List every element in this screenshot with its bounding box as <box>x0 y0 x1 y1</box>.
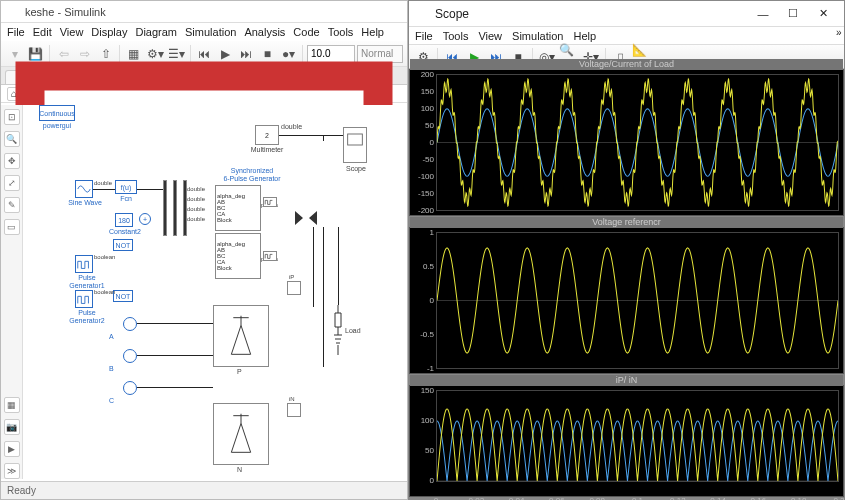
simulink-icon <box>7 5 21 19</box>
plot-ipn[interactable]: iP/ iN 150 100 50 0 0 0.02 0.04 0.06 0.0… <box>409 385 844 497</box>
wire <box>137 387 213 388</box>
scroll-hint-icon[interactable]: » <box>836 27 844 35</box>
source-a[interactable] <box>123 317 137 331</box>
fit-icon[interactable]: ⤢ <box>4 175 20 191</box>
mux1-block[interactable] <box>163 180 167 236</box>
xtick: 0.18 <box>791 496 807 500</box>
sig-double-4: double <box>187 195 205 203</box>
not2-block[interactable]: NOT <box>113 290 133 302</box>
scope-label: Scope <box>341 165 371 173</box>
ytick: -100 <box>412 172 434 181</box>
sig-bool-1: boolean <box>94 253 115 261</box>
fcn-label: Fcn <box>115 195 137 203</box>
plot-vref[interactable]: Voltage referencr 1 0.5 0 -0.5 -1 <box>409 227 844 374</box>
plot-axes-3 <box>436 390 839 482</box>
spg1-block[interactable]: alpha_deg AB BC CA Block <box>215 185 261 231</box>
scope-titlebar[interactable]: Scope — ☐ ✕ <box>409 1 844 27</box>
ytick: -1 <box>412 364 434 373</box>
load-label: Load <box>345 327 361 335</box>
xtick: 0.06 <box>549 496 565 500</box>
wire <box>313 227 314 307</box>
not1-block[interactable]: NOT <box>113 239 133 251</box>
ytick: 1 <box>412 228 434 237</box>
load-block[interactable] <box>333 305 343 355</box>
ytick: -50 <box>412 155 434 164</box>
xtick: 0.2 <box>833 496 844 500</box>
status-text: Ready <box>7 485 36 496</box>
simulink-titlebar[interactable]: keshe - Simulink <box>1 1 407 23</box>
ip-meas-block[interactable] <box>287 281 301 295</box>
sum-block[interactable]: + <box>139 213 151 225</box>
plot-axes-2 <box>436 232 839 369</box>
sig-double-5: double <box>187 205 205 213</box>
powergui-block[interactable]: Continuous <box>39 105 75 121</box>
scope-plots: Voltage/Current of Load 200 150 100 50 0… <box>409 69 844 499</box>
plot-title-3: iP/ iN <box>410 375 843 386</box>
plot-voltage-current[interactable]: Voltage/Current of Load 200 150 100 50 0… <box>409 69 844 216</box>
sine-label: Sine Wave <box>67 199 103 207</box>
source-c[interactable] <box>123 381 137 395</box>
screenshot-icon[interactable]: 📷 <box>4 419 20 435</box>
spg2-block[interactable]: alpha_deg AB BC CA Block <box>215 233 261 279</box>
svg-rect-1 <box>348 134 363 145</box>
ytick: 0 <box>412 138 434 147</box>
ytick: -200 <box>412 206 434 215</box>
plot-title-1: Voltage/Current of Load <box>410 59 843 70</box>
spg-label-1: Synchronized <box>213 167 291 175</box>
ytick: 0 <box>412 296 434 305</box>
pulse-icon2 <box>263 251 277 261</box>
phase-a-label: A <box>109 333 114 341</box>
fcn-block[interactable]: f(u) <box>115 180 137 194</box>
converter-p-block[interactable] <box>213 305 269 367</box>
xtick: 0.02 <box>469 496 485 500</box>
sig-double-3: double <box>187 185 205 193</box>
image-icon[interactable]: ▭ <box>4 219 20 235</box>
in-meas-block[interactable] <box>287 403 301 417</box>
annotate-icon[interactable]: ✎ <box>4 197 20 213</box>
thyristor-pair[interactable] <box>293 209 319 227</box>
xtick: 0.12 <box>670 496 686 500</box>
coverage-icon[interactable]: ≫ <box>4 463 20 479</box>
pulse-gen1-block[interactable] <box>75 255 93 273</box>
simulink-body: ⊡ 🔍 ✥ ⤢ ✎ ▭ ▦ 📷 ▶ ≫ Continuous powergui … <box>1 105 407 479</box>
plot-axes-1 <box>436 74 839 211</box>
ytick: 200 <box>412 70 434 79</box>
back-button[interactable]: ⇦ <box>54 44 73 64</box>
pg2-label: Pulse Generator2 <box>67 309 107 325</box>
constant-block[interactable]: 180 <box>115 213 133 227</box>
ytick: 50 <box>412 446 434 455</box>
ytick: 50 <box>412 121 434 130</box>
powergui-label: powergui <box>39 122 75 130</box>
source-b[interactable] <box>123 349 137 363</box>
xtick-row: 0 0.02 0.04 0.06 0.08 0.1 0.12 0.14 0.16… <box>436 484 839 496</box>
zoom-in-icon[interactable]: 🔍 <box>4 131 20 147</box>
p-label: P <box>237 368 242 376</box>
wire <box>338 227 339 305</box>
scope-block[interactable] <box>343 127 367 163</box>
mux2-block[interactable] <box>173 180 177 236</box>
multimeter-block[interactable]: 2 <box>255 125 279 145</box>
phase-c-label: C <box>109 397 114 405</box>
converter-n-block[interactable] <box>213 403 269 465</box>
sig-double-6: double <box>187 215 205 223</box>
pulse-icon1 <box>263 197 277 207</box>
palette: ⊡ 🔍 ✥ ⤢ ✎ ▭ ▦ 📷 ▶ ≫ <box>1 105 23 479</box>
overview-icon[interactable]: ▦ <box>4 397 20 413</box>
fwd-button[interactable]: ⇨ <box>75 44 94 64</box>
phase-b-label: B <box>109 365 114 373</box>
pan-icon[interactable]: ✥ <box>4 153 20 169</box>
wire <box>323 227 324 367</box>
ytick: 0 <box>412 476 434 485</box>
zoom-fit-icon[interactable]: ⊡ <box>4 109 20 125</box>
pulse-gen2-block[interactable] <box>75 290 93 308</box>
plot-title-2: Voltage referencr <box>410 217 843 228</box>
in-label: iN <box>289 395 295 403</box>
wire <box>279 135 343 136</box>
scope-window: Scope — ☐ ✕ » File Tools View Simulation… <box>408 0 845 500</box>
sine-wave-block[interactable] <box>75 180 93 198</box>
wire <box>137 323 213 324</box>
model-canvas[interactable]: Continuous powergui 2 Multimeter double … <box>23 105 407 479</box>
ytick: 100 <box>412 104 434 113</box>
record-icon[interactable]: ▶ <box>4 441 20 457</box>
new-button[interactable]: ▾ <box>5 44 24 64</box>
